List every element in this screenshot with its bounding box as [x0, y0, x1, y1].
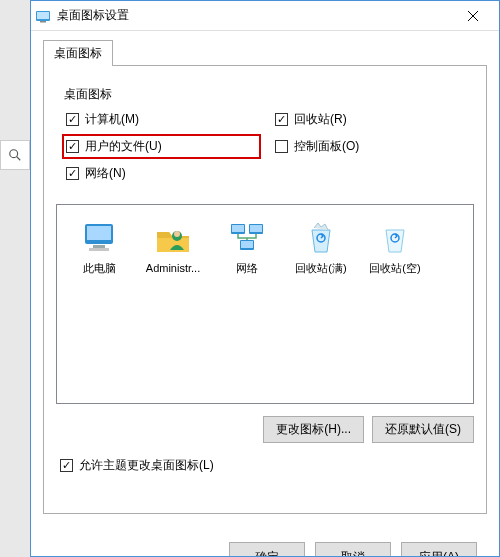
apply-button[interactable]: 应用(A) [401, 542, 477, 556]
tab-desktop-icons[interactable]: 桌面图标 [43, 40, 113, 66]
window-icon [35, 8, 51, 24]
group-title: 桌面图标 [64, 86, 466, 103]
checkbox-label: 回收站(R) [294, 111, 347, 128]
checkbox-icon [66, 113, 79, 126]
checkbox-network[interactable]: 网络(N) [66, 165, 255, 182]
checkbox-control-panel[interactable]: 控制面板(O) [275, 138, 464, 155]
checkbox-icon [275, 140, 288, 153]
checkbox-label: 控制面板(O) [294, 138, 359, 155]
svg-rect-10 [89, 248, 109, 251]
svg-rect-14 [232, 225, 244, 232]
checkbox-label: 网络(N) [85, 165, 126, 182]
icon-label: 此电脑 [63, 261, 135, 275]
checkbox-recycle-bin[interactable]: 回收站(R) [275, 111, 464, 128]
checkbox-label: 用户的文件(U) [85, 138, 162, 155]
checkbox-label: 允许主题更改桌面图标(L) [79, 457, 214, 474]
icon-label: Administr... [137, 261, 209, 275]
tab-strip: 桌面图标 [43, 39, 487, 65]
titlebar: 桌面图标设置 [31, 1, 499, 31]
checkbox-icon [60, 459, 73, 472]
icon-label: 回收站(满) [285, 261, 357, 275]
dialog-footer: 确定 取消 应用(A) [43, 514, 487, 556]
icon-item-recycle-full[interactable]: 回收站(满) [285, 215, 357, 275]
icon-item-recycle-empty[interactable]: 回收站(空) [359, 215, 431, 275]
ok-button[interactable]: 确定 [229, 542, 305, 556]
background-search-box [0, 140, 30, 170]
checkbox-user-files[interactable]: 用户的文件(U) [66, 138, 255, 155]
dialog-window: 桌面图标设置 桌面图标 桌面图标 计算机(M) 回收站(R) [30, 0, 500, 557]
group-desktop-icons: 桌面图标 计算机(M) 回收站(R) 用户的文件(U) [56, 76, 474, 194]
user-folder-icon [137, 215, 209, 261]
checkbox-grid: 计算机(M) 回收站(R) 用户的文件(U) 控制面 [64, 107, 466, 186]
icon-item-this-pc[interactable]: 此电脑 [63, 215, 135, 275]
icon-label: 网络 [211, 261, 283, 275]
svg-rect-8 [87, 226, 111, 240]
svg-rect-16 [250, 225, 262, 232]
icon-item-network[interactable]: 网络 [211, 215, 283, 275]
network-icon [211, 215, 283, 261]
checkbox-icon [66, 167, 79, 180]
checkbox-computer[interactable]: 计算机(M) [66, 111, 255, 128]
svg-point-0 [10, 150, 18, 158]
svg-rect-18 [241, 241, 253, 248]
tab-panel: 桌面图标 计算机(M) 回收站(R) 用户的文件(U) [43, 65, 487, 514]
checkbox-allow-themes[interactable]: 允许主题更改桌面图标(L) [60, 457, 474, 474]
icon-item-user[interactable]: Administr... [137, 215, 209, 275]
svg-rect-3 [37, 12, 49, 19]
search-icon [8, 148, 22, 162]
close-button[interactable] [451, 2, 495, 30]
checkbox-icon [66, 140, 79, 153]
change-icon-button[interactable]: 更改图标(H)... [263, 416, 364, 443]
svg-rect-9 [93, 245, 105, 248]
highlight-user-files: 用户的文件(U) [62, 134, 261, 159]
dialog-body: 桌面图标 桌面图标 计算机(M) 回收站(R) [31, 31, 499, 556]
checkbox-icon [275, 113, 288, 126]
checkbox-label: 计算机(M) [85, 111, 139, 128]
recycle-full-icon [285, 215, 357, 261]
restore-defaults-button[interactable]: 还原默认值(S) [372, 416, 474, 443]
window-title: 桌面图标设置 [57, 7, 451, 24]
svg-point-12 [174, 231, 180, 237]
icon-preview-list[interactable]: 此电脑 Administr... 网络 [56, 204, 474, 404]
recycle-empty-icon [359, 215, 431, 261]
icon-button-row: 更改图标(H)... 还原默认值(S) [56, 416, 474, 443]
svg-line-1 [17, 157, 21, 161]
icon-label: 回收站(空) [359, 261, 431, 275]
cancel-button[interactable]: 取消 [315, 542, 391, 556]
svg-rect-4 [40, 21, 46, 23]
close-icon [468, 11, 478, 21]
computer-icon [63, 215, 135, 261]
